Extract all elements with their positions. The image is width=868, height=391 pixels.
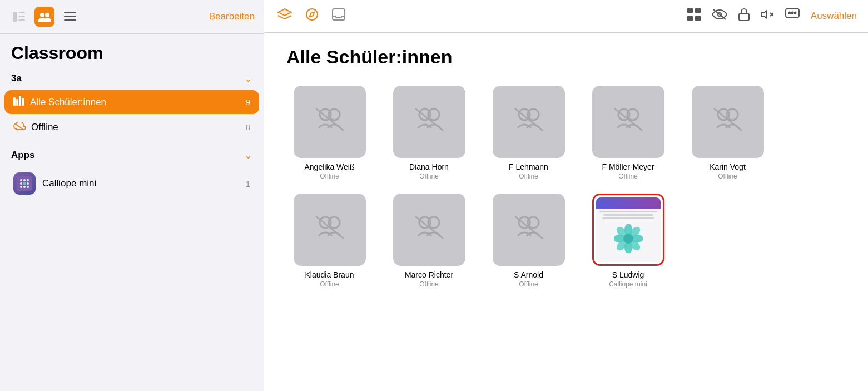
student-name-marco: Marco Richter — [405, 270, 453, 279]
student-name-f-lehmann: F Lehmann — [509, 162, 548, 171]
svg-rect-2 — [18, 16, 25, 17]
group-view-button[interactable] — [34, 7, 54, 27]
grid-icon[interactable] — [687, 8, 701, 24]
student-avatar-karin — [692, 86, 764, 158]
svg-point-24 — [306, 9, 318, 20]
sidebar-toggle-button[interactable] — [9, 7, 29, 27]
main-content: Alle Schüler:innen — [264, 33, 868, 391]
message-icon[interactable] — [785, 8, 800, 24]
student-card-f-lehmann[interactable]: F Lehmann Offline — [485, 86, 572, 180]
svg-point-21 — [20, 186, 22, 188]
layers-icon[interactable] — [275, 6, 294, 26]
eye-slash-icon[interactable] — [712, 8, 727, 24]
student-name-s-arnold: S Arnold — [514, 270, 543, 279]
nav-item-alle[interactable]: Alle Schüler:innen 9 — [4, 90, 259, 114]
student-name-s-ludwig: S Ludwig — [612, 270, 644, 279]
nav-count-alle: 9 — [246, 97, 250, 107]
svg-point-20 — [27, 182, 29, 185]
student-status-s-arnold: Offline — [519, 280, 538, 288]
nav-list: Alle Schüler:innen 9 Offline 8 — [0, 89, 264, 140]
svg-point-18 — [20, 182, 22, 185]
student-status-klaudia: Offline — [320, 280, 339, 288]
svg-point-23 — [27, 186, 29, 188]
group-chevron-icon: ⌄ — [244, 72, 252, 85]
students-grid: Angelika Weiß Offline — [286, 86, 846, 180]
inbox-icon[interactable] — [330, 6, 348, 26]
student-avatar-marco — [393, 194, 465, 266]
svg-rect-28 — [687, 16, 693, 21]
student-card-angelika[interactable]: Angelika Weiß Offline — [286, 86, 373, 180]
student-card-f-moller[interactable]: F Möller-Meyer Offline — [585, 86, 671, 180]
alle-icon — [13, 96, 24, 108]
student-status-angelika: Offline — [320, 172, 339, 180]
student-card-karin[interactable]: Karin Vogt Offline — [685, 86, 771, 180]
compass-icon[interactable] — [303, 6, 321, 27]
student-card-s-arnold[interactable]: S Arnold Offline — [485, 194, 572, 288]
svg-point-22 — [23, 186, 26, 188]
select-button[interactable]: Auswählen — [811, 11, 857, 22]
svg-rect-26 — [687, 8, 693, 13]
screenshot-header-bar — [596, 197, 661, 209]
nav-label-alle: Alle Schüler:innen — [30, 97, 240, 108]
student-status-f-moller: Offline — [618, 172, 637, 180]
calliope-label: Calliope mini — [42, 178, 239, 189]
page-title: Alle Schüler:innen — [286, 46, 846, 68]
s-ludwig-screenshot — [596, 197, 661, 262]
student-avatar-s-ludwig — [592, 194, 664, 266]
lock-icon[interactable] — [738, 8, 750, 24]
app-title: Classroom — [0, 34, 264, 68]
svg-rect-8 — [64, 19, 76, 21]
nav-label-offline: Offline — [31, 122, 240, 133]
svg-rect-11 — [19, 96, 21, 106]
student-name-klaudia: Klaudia Braun — [305, 270, 354, 279]
svg-rect-7 — [64, 16, 76, 17]
student-card-marco[interactable]: Marco Richter Offline — [386, 194, 472, 288]
student-name-karin: Karin Vogt — [710, 162, 746, 171]
nav-item-offline[interactable]: Offline 8 — [4, 115, 259, 139]
student-card-klaudia[interactable]: Klaudia Braun Offline — [286, 194, 373, 288]
student-status-diana: Offline — [419, 172, 438, 180]
toolbar-right: Auswählen — [687, 8, 857, 24]
list-view-button[interactable] — [60, 7, 80, 27]
student-status-karin: Offline — [718, 172, 737, 180]
svg-rect-10 — [16, 99, 18, 106]
offline-avatar-icon-karin — [711, 106, 745, 138]
svg-point-19 — [23, 182, 26, 185]
group-header[interactable]: 3a ⌄ — [0, 68, 264, 89]
student-status-f-lehmann: Offline — [519, 172, 538, 180]
student-card-diana[interactable]: Diana Horn Offline — [386, 86, 472, 180]
calliope-flower-icon — [614, 224, 643, 253]
student-avatar-diana — [393, 86, 465, 158]
offline-avatar-icon-f-moller — [612, 106, 645, 138]
screenshot-line — [603, 214, 652, 216]
app-item-calliope[interactable]: Calliope mini 1 — [4, 167, 259, 200]
svg-point-17 — [27, 179, 29, 181]
svg-point-37 — [791, 12, 793, 14]
svg-point-38 — [794, 12, 796, 14]
offline-avatar-icon-f-lehmann — [512, 106, 545, 138]
svg-point-16 — [23, 179, 26, 181]
student-card-s-ludwig[interactable]: S Ludwig Calliope mini — [585, 194, 671, 288]
mute-icon[interactable] — [761, 8, 774, 24]
svg-point-5 — [45, 13, 49, 17]
main-toolbar: Auswählen — [264, 0, 868, 33]
svg-rect-29 — [695, 16, 701, 21]
apps-header[interactable]: Apps ⌄ — [0, 145, 264, 166]
offline-avatar-icon — [313, 106, 346, 138]
svg-rect-9 — [13, 97, 16, 106]
svg-point-4 — [40, 13, 44, 17]
offline-avatar-icon-klaudia — [313, 214, 346, 246]
students-grid-row2: Klaudia Braun Offline — [286, 194, 846, 288]
student-avatar-klaudia — [294, 194, 366, 266]
svg-rect-27 — [695, 8, 701, 13]
calliope-app-icon — [13, 172, 36, 195]
student-name-angelika: Angelika Weiß — [304, 162, 354, 171]
calliope-count: 1 — [246, 179, 250, 189]
edit-button[interactable]: Bearbeiten — [209, 11, 255, 22]
offline-avatar-icon-s-arnold — [512, 214, 545, 246]
student-avatar-f-lehmann — [493, 86, 565, 158]
sidebar: Bearbeiten Classroom 3a ⌄ Alle Schüler:i… — [0, 0, 264, 391]
offline-avatar-icon-marco — [413, 214, 446, 246]
student-avatar-s-arnold — [493, 194, 565, 266]
screenshot-line — [599, 211, 657, 212]
